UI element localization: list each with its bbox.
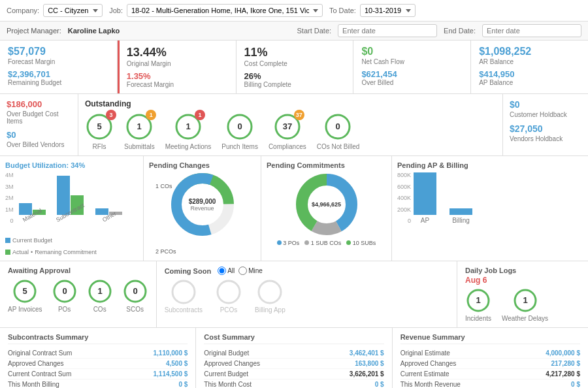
ap-balance-label: AP Balance <box>479 79 580 86</box>
svg-text:0: 0 <box>62 286 67 296</box>
todate-select[interactable]: 10-31-2019 <box>360 4 416 17</box>
startdate-input[interactable] <box>338 24 437 37</box>
badge: 1 <box>146 110 156 120</box>
subcontracts-rows: Original Contract Sum1,110,000 $Approved… <box>8 348 188 388</box>
summary-row-item: Current Estimate4,217,280 $ <box>400 369 580 380</box>
pm-label: Project Manager: <box>7 27 61 35</box>
circle-label: Meeting Actions <box>165 143 212 150</box>
coming-soon-section: Coming Soon All Mine SubcontractsPCOsBil… <box>157 261 457 327</box>
svg-text:0: 0 <box>237 121 242 131</box>
svg-text:5: 5 <box>97 121 101 131</box>
summary-row-item: Approved Changes163,800 $ <box>204 359 384 369</box>
header: Company: CC - Cityzen Job: 18-02 - Multi… <box>0 0 588 22</box>
ar-balance-val: $1,098,252 <box>479 46 580 57</box>
coming-circle: PCOs <box>216 279 242 314</box>
kpi-cost-complete: 11% Cost Complete 26% Billing Complete <box>237 40 354 93</box>
circle-label: Submittals <box>124 143 155 150</box>
company-group: Company: CC - Cityzen <box>7 4 103 17</box>
radio-all[interactable]: All <box>218 267 235 275</box>
circle-wrap: 11 <box>125 112 154 141</box>
company-label: Company: <box>7 7 39 14</box>
vendors-holdback-label: Vendors Holdback <box>510 135 581 142</box>
circle-label: Compliances <box>269 143 306 150</box>
svg-text:5: 5 <box>23 286 27 296</box>
summary-row-label: Current Estimate <box>400 370 449 378</box>
svg-text:0: 0 <box>336 121 340 131</box>
circle-label: RFIs <box>92 143 106 150</box>
awaiting-circle: 0POs <box>52 278 78 313</box>
pending-changes-center-label: Revenue <box>189 205 216 212</box>
company-select[interactable]: CC - Cityzen <box>43 4 103 17</box>
summary-row-item: Original Contract Sum1,110,000 $ <box>8 348 188 359</box>
awaiting-row: Awaiting Approval 5AP Invoices0POs1COs0S… <box>0 261 588 328</box>
kpi-cash-flow: $0 Net Cash Flow $621,454 Over Billed <box>353 40 471 93</box>
coming-label: Billing App <box>255 306 286 314</box>
svg-text:1: 1 <box>186 121 190 131</box>
summary-row-label: Approved Changes <box>8 360 64 367</box>
subcontracts-summary: Subcontracts Summary Original Contract S… <box>0 328 196 388</box>
radio-mine[interactable]: Mine <box>238 267 263 275</box>
pending-changes-center-val: $289,000 <box>189 198 216 205</box>
sub-cos-dot <box>304 240 309 245</box>
summary-row-label: Current Contract Sum <box>8 370 71 378</box>
outstanding-circles: 53RFIs11Submittals11Meeting Actions0Punc… <box>85 112 496 150</box>
summary-row-item: Current Contract Sum1,114,500 $ <box>8 369 188 380</box>
billing-complete-val: 26% <box>244 71 346 81</box>
awaiting-circle: 0SCOs <box>122 278 148 313</box>
over-budget-label: Over Budget Cost Items <box>7 110 71 125</box>
outstanding-circle-rfis: 53RFIs <box>85 112 114 150</box>
legend-remaining: Remaning Commitment <box>35 249 97 255</box>
revenue-summary: Revenue Summary Original Estimate4,000,0… <box>393 328 588 388</box>
svg-text:1: 1 <box>523 295 527 305</box>
red-bar-decoration <box>118 40 120 93</box>
outstanding-circle-compliances: 3737Compliances <box>269 112 306 150</box>
outstanding-circle-cos-not-billed: 0COs Not Billed <box>317 112 360 150</box>
outstanding-circle-submittals: 11Submittals <box>124 112 155 150</box>
awaiting-label: POs <box>58 306 71 313</box>
enddate-label: End Date: <box>444 27 476 35</box>
summary-row-label: This Month Billing <box>8 381 59 388</box>
awaiting-label: SCOs <box>126 306 144 313</box>
daily-logs-date: Aug 6 <box>465 276 580 285</box>
outstanding-cell: Outstanding 53RFIs11Submittals11Meeting … <box>78 94 503 155</box>
summary-row-value: 0 $ <box>178 381 188 388</box>
over-budget-cell: $186,000 Over Budget Cost Items $0 Over … <box>0 94 78 155</box>
vendors-holdback-val: $27,050 <box>510 123 581 134</box>
badge: 1 <box>195 110 205 120</box>
summary-row-item: Approved Changes217,280 $ <box>400 359 580 369</box>
summary-row-value: 4,000,000 $ <box>546 349 580 357</box>
cost-rows: Original Budget3,462,401 $Approved Chang… <box>204 348 384 388</box>
summary-row-item: Current Budget3,626,201 $ <box>204 369 384 380</box>
enddate-input[interactable] <box>482 24 581 37</box>
awaiting-label: COs <box>93 306 106 313</box>
charts-row: Budget Utilization: 34% 4M3M2M1M0 Materi… <box>0 156 588 261</box>
legend-current: Current Budget <box>12 237 52 244</box>
summary-row-value: 0 $ <box>571 381 580 388</box>
job-select[interactable]: 18-02 - Multi-Generation Home, IHA, Ikor… <box>127 4 323 17</box>
kpi-forecast-margin: $57,079 Forecast Margin $2,396,701 Remai… <box>0 40 118 93</box>
summary-row-value: 4,500 $ <box>166 360 188 367</box>
cost-summary-title: Cost Summary <box>204 333 384 344</box>
summary-row-label: This Month Revenue <box>400 381 461 388</box>
billing-complete-label: Billing Complete <box>244 81 346 88</box>
summary-row: Subcontracts Summary Original Contract S… <box>0 328 588 388</box>
row2: $186,000 Over Budget Cost Items $0 Over … <box>0 94 588 156</box>
circle-wrap: 53 <box>85 112 114 141</box>
summary-row-label: This Month Cost <box>204 381 252 388</box>
budget-yaxis: 4M3M2M1M0 <box>5 172 16 224</box>
summary-row-item: Original Estimate4,000,000 $ <box>400 348 580 359</box>
badge: 3 <box>106 110 116 120</box>
legend-actual: Actual <box>12 249 29 255</box>
customer-holdback-val: $0 <box>510 99 581 110</box>
summary-row-value: 3,462,401 $ <box>350 349 384 357</box>
coming-circle: Subcontracts <box>165 279 203 314</box>
pending-commitments-center-val: $4,966,625 <box>312 201 341 208</box>
holdback-cell: $0 Customer Holdback $27,050 Vendors Hol… <box>503 94 588 155</box>
kpi-row: $57,079 Forecast Margin $2,396,701 Remai… <box>0 40 588 94</box>
ap-yaxis: 800K600K400K200K0 <box>397 172 411 224</box>
outstanding-circle-punch-items: 0Punch Items <box>221 112 258 150</box>
svg-text:1: 1 <box>137 121 142 131</box>
ap-balance-val: $414,950 <box>479 69 580 79</box>
summary-row-item: Approved Changes4,500 $ <box>8 359 188 369</box>
svg-text:0: 0 <box>133 286 137 296</box>
